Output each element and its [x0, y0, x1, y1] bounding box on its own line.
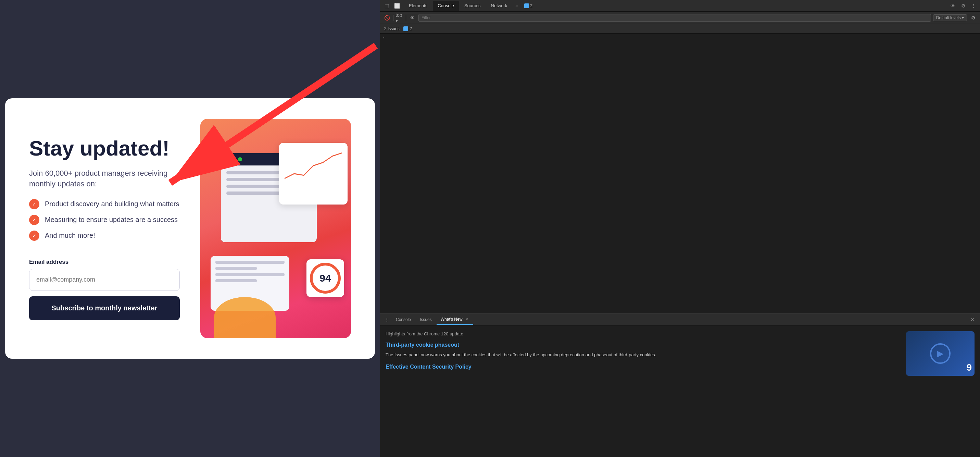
close-dot: [225, 157, 229, 161]
webpage-area: Stay updated! Join 60,000+ product manag…: [0, 0, 380, 457]
inspect-icon[interactable]: ⬚: [383, 2, 390, 10]
tab-console-bottom[interactable]: Console: [392, 314, 415, 325]
youtube-play-icon: ▶: [930, 343, 951, 364]
issues-label: 2 Issues:: [384, 26, 401, 31]
list-item: ✓ And much more!: [29, 231, 180, 241]
chart-card: [279, 143, 348, 204]
card-left: Stay updated! Join 60,000+ product manag…: [29, 137, 180, 320]
newsletter-card: Stay updated! Join 60,000+ product manag…: [5, 98, 375, 359]
whats-new-thumbnail: ▶ 9: [906, 331, 975, 452]
devtools-icon-group: ⬚ ⬜: [383, 2, 401, 10]
tab-console[interactable]: Console: [433, 1, 459, 11]
bottom-panel: ⋮ Console Issues What's New ✕ ✕ Highligh…: [380, 313, 980, 457]
devtools-toolbar: 🚫 top ▾ 👁 Default levels ▾ ⚙: [380, 12, 980, 24]
whats-new-content: Highlights from the Chrome 120 update Th…: [385, 331, 900, 452]
close-whats-new-tab[interactable]: ✕: [464, 317, 469, 322]
checklist: ✓ Product discovery and building what ma…: [29, 199, 180, 246]
score-badge: 94: [307, 260, 344, 297]
tab-whats-new-bottom[interactable]: What's New ✕: [437, 314, 474, 325]
subscribe-button[interactable]: Subscribe to monthly newsletter: [29, 296, 180, 320]
card-illustration: 94: [200, 119, 351, 338]
card-subtitle: Join 60,000+ product managers receiving …: [29, 168, 180, 189]
default-levels-button[interactable]: Default levels ▾: [933, 14, 967, 21]
orange-blob: [214, 297, 276, 338]
settings-cog-icon[interactable]: ⚙: [969, 14, 977, 22]
more-tabs-button[interactable]: »: [512, 3, 520, 8]
tab-network[interactable]: Network: [486, 1, 512, 11]
settings-area: 👁 ⚙ ⋮: [949, 2, 977, 10]
annotation-arrow: [380, 41, 980, 313]
tab-issues-bottom[interactable]: Issues: [416, 314, 436, 325]
bottom-menu-icon[interactable]: ⋮: [383, 315, 391, 324]
clear-console-button[interactable]: 🚫: [383, 14, 391, 22]
video-thumbnail[interactable]: ▶ 9: [906, 331, 975, 376]
devtools-panel: ⬚ ⬜ Elements Console Sources Network » 2…: [380, 0, 980, 457]
score-circle: 94: [310, 263, 341, 294]
section-description-cookie: The Issues panel now warns you about the…: [385, 352, 900, 358]
issues-icon: [524, 3, 529, 8]
filter-input[interactable]: [418, 14, 931, 22]
check-icon-2: ✓: [29, 215, 40, 225]
list-item: ✓ Product discovery and building what ma…: [29, 199, 180, 209]
email-label: Email address: [29, 259, 180, 266]
section-title-csp: Effective Content Security Policy: [385, 364, 900, 370]
highlights-label: Highlights from the Chrome 120 update: [385, 331, 900, 336]
check-icon-1: ✓: [29, 199, 40, 209]
tab-sources[interactable]: Sources: [460, 1, 485, 11]
issues-badge[interactable]: 2: [524, 3, 533, 8]
console-content-area: [380, 41, 980, 313]
minimize-dot: [231, 157, 235, 161]
section-title-cookie: Third-party cookie phaseout: [385, 342, 900, 348]
expand-issues-arrow[interactable]: ›: [380, 33, 980, 41]
content-line: [215, 279, 257, 282]
browser-line: [226, 178, 286, 181]
device-icon[interactable]: ⬜: [393, 2, 401, 10]
check-icon-3: ✓: [29, 231, 40, 241]
issues-bar: 2 Issues: 2: [380, 24, 980, 33]
maximize-dot: [238, 157, 242, 161]
settings-icon[interactable]: ⚙: [959, 2, 967, 10]
devtools-tabs-bar: ⬚ ⬜ Elements Console Sources Network » 2…: [380, 0, 980, 12]
issues-count-icon: [403, 26, 408, 31]
toolbar-divider: [393, 15, 393, 21]
illustration-background: 94: [200, 119, 351, 338]
content-line: [215, 261, 285, 264]
close-panel-button[interactable]: ✕: [968, 317, 977, 322]
browser-line: [226, 191, 286, 195]
bottom-tabs-bar: ⋮ Console Issues What's New ✕ ✕: [380, 314, 980, 326]
top-frame-dropdown[interactable]: top ▾: [396, 14, 404, 22]
list-item: ✓ Measuring to ensure updates are a succ…: [29, 215, 180, 225]
card-title: Stay updated!: [29, 137, 180, 160]
content-line: [215, 273, 285, 276]
eye-filter-icon[interactable]: 👁: [408, 14, 416, 22]
tab-elements[interactable]: Elements: [404, 1, 432, 11]
issues-count[interactable]: 2: [403, 26, 412, 31]
content-line: [215, 267, 257, 270]
video-number: 9: [966, 362, 972, 373]
eye-icon[interactable]: 👁: [949, 2, 957, 10]
more-options-icon[interactable]: ⋮: [970, 2, 977, 10]
bottom-panel-content: Highlights from the Chrome 120 update Th…: [380, 326, 980, 457]
email-input[interactable]: [29, 269, 180, 291]
chart-svg: [285, 148, 342, 189]
